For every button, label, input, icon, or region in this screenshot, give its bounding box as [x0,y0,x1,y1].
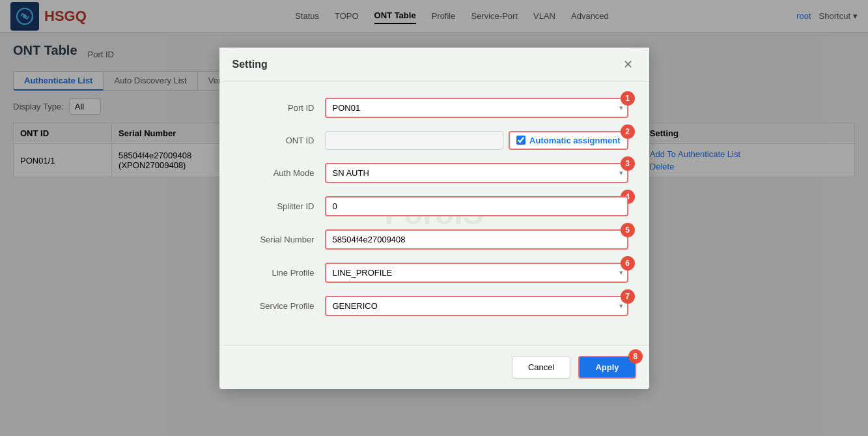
modal-body: ForoIS Port ID PON01 ▾ 1 ONT ID [219,82,649,188]
port-id-select[interactable]: PON01 [325,98,628,118]
modal-overlay: Setting ✕ ForoIS Port ID PON01 ▾ 1 ONT I… [0,0,868,188]
badge-2: 2 [621,124,635,139]
setting-modal: Setting ✕ ForoIS Port ID PON01 ▾ 1 ONT I… [219,48,649,188]
ont-id-group: Automatic assignment [325,131,628,150]
badge-1: 1 [621,91,635,106]
auth-mode-select[interactable]: SN AUTH PASSWORD AUTH LOID AUTH [325,163,628,183]
auto-assign-checkbox[interactable] [516,136,525,145]
port-id-label-field: Port ID [240,103,325,113]
port-id-row: Port ID PON01 ▾ 1 [240,98,628,118]
modal-title: Setting [232,59,268,70]
auth-mode-label-field: Auth Mode [240,168,325,178]
modal-header: Setting ✕ [219,48,649,82]
auth-mode-select-wrap: SN AUTH PASSWORD AUTH LOID AUTH ▾ [325,163,628,183]
close-button[interactable]: ✕ [621,57,636,72]
ont-id-input[interactable] [325,131,504,150]
auth-mode-row: Auth Mode SN AUTH PASSWORD AUTH LOID AUT… [240,163,628,183]
auto-assign-box: Automatic assignment [509,131,628,150]
ont-id-label-field: ONT ID [240,136,325,145]
auto-assign-label[interactable]: Automatic assignment [529,136,620,145]
port-id-select-wrap: PON01 ▾ [325,98,628,118]
ont-id-row: ONT ID Automatic assignment 2 [240,131,628,150]
badge-3: 3 [621,156,635,171]
